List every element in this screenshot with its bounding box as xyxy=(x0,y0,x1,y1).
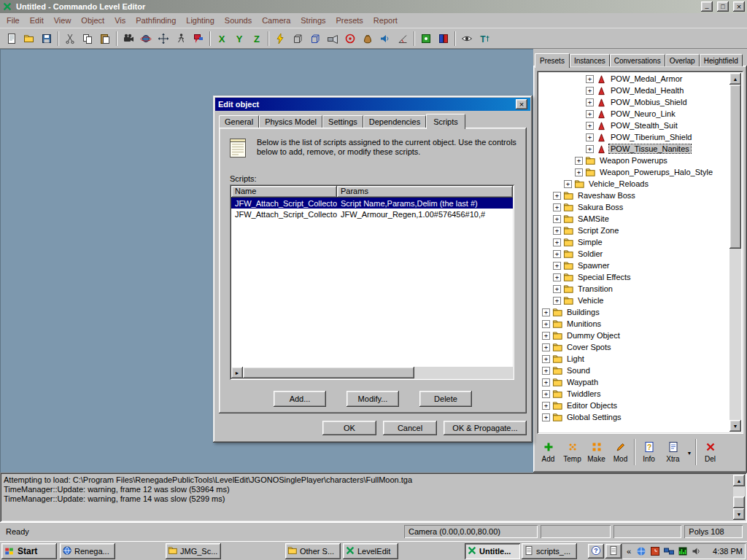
tree-item[interactable]: Cover Spots xyxy=(539,341,729,353)
expand-icon[interactable] xyxy=(542,320,550,328)
text-tool-icon[interactable]: T xyxy=(476,30,493,47)
expand-icon[interactable] xyxy=(553,262,561,270)
temp-preset-button[interactable]: Temp xyxy=(560,437,584,467)
xtra-dropdown-icon[interactable] xyxy=(685,437,694,467)
delete-button[interactable]: Delete xyxy=(419,391,472,407)
menu-presets[interactable]: Presets xyxy=(331,14,368,27)
minimize-icon[interactable] xyxy=(701,1,713,12)
scripts-list-hscrollbar[interactable] xyxy=(231,367,513,378)
expand-icon[interactable] xyxy=(553,238,561,246)
tray-collapse-icon[interactable] xyxy=(624,547,633,556)
expand-icon[interactable] xyxy=(542,390,550,398)
tree-item[interactable]: Simple xyxy=(539,236,729,248)
tree-item[interactable]: Buildings xyxy=(539,306,729,318)
expand-icon[interactable] xyxy=(586,98,594,106)
expand-icon[interactable] xyxy=(542,355,550,363)
dialog-tab-scripts[interactable]: Scripts xyxy=(426,114,465,129)
tab-overlap[interactable]: Overlap xyxy=(665,54,700,66)
axis-y-icon[interactable]: Y xyxy=(231,30,248,47)
expand-icon[interactable] xyxy=(586,122,594,130)
column-header-params[interactable]: Params xyxy=(337,186,513,198)
task-renega[interactable]: Renega... xyxy=(60,543,115,559)
network-icon[interactable] xyxy=(663,545,675,557)
cut-icon[interactable] xyxy=(61,30,79,47)
cancel-button[interactable]: Cancel xyxy=(383,421,437,435)
tree-item[interactable]: Sakura Boss xyxy=(539,201,729,213)
help-button[interactable]: ? xyxy=(588,544,604,559)
tree-item[interactable]: Light xyxy=(539,353,729,365)
tree-item[interactable]: Raveshaw Boss xyxy=(539,190,729,201)
expand-icon[interactable] xyxy=(542,402,550,410)
package-icon[interactable] xyxy=(359,30,376,47)
start-button[interactable]: Start xyxy=(1,543,57,559)
tree-item[interactable]: POW_Medal_Armor xyxy=(539,73,729,85)
tree-item[interactable]: Editor Objects xyxy=(539,400,729,411)
menu-strings[interactable]: Strings xyxy=(295,14,330,27)
menu-report[interactable]: Report xyxy=(368,14,403,27)
tree-item[interactable]: Waypath xyxy=(539,376,729,388)
expand-icon[interactable] xyxy=(542,367,550,375)
expand-icon[interactable] xyxy=(542,308,550,316)
expand-icon[interactable] xyxy=(586,75,594,83)
drop-to-ground-icon[interactable] xyxy=(271,30,289,47)
script-row[interactable]: JFW_Attach_Script_CollectorJFW_Armour_Re… xyxy=(231,209,513,219)
menu-vis[interactable]: Vis xyxy=(109,14,131,27)
object-box-icon[interactable] xyxy=(289,30,306,47)
expand-icon[interactable] xyxy=(586,145,594,153)
walk-mode-icon[interactable] xyxy=(172,30,190,47)
projector-icon[interactable] xyxy=(324,30,341,47)
vis-camera-icon[interactable] xyxy=(435,30,452,47)
info-preset-button[interactable]: ?Info xyxy=(637,437,661,467)
tab-conversations[interactable]: Conversations xyxy=(610,54,665,66)
expand-icon[interactable] xyxy=(553,250,561,258)
tree-item[interactable]: Dummy Object xyxy=(539,330,729,341)
tree-item[interactable]: POW_Stealth_Suit xyxy=(539,120,729,131)
task-untitle[interactable]: Untitle... xyxy=(465,543,520,559)
tree-item[interactable]: Weapon Powerups xyxy=(539,155,729,166)
scroll-down-icon[interactable] xyxy=(733,508,745,520)
vis-points-icon[interactable] xyxy=(417,30,435,47)
bind-box-icon[interactable] xyxy=(306,30,324,47)
scroll-up-icon[interactable] xyxy=(729,73,741,85)
axis-x-icon[interactable]: X xyxy=(213,30,231,47)
expand-icon[interactable] xyxy=(553,273,561,281)
expand-icon[interactable] xyxy=(564,180,572,188)
pan-mode-icon[interactable] xyxy=(155,30,172,47)
expand-icon[interactable] xyxy=(586,87,594,95)
modify-button[interactable]: Modify... xyxy=(347,391,399,407)
del-preset-button[interactable]: Del xyxy=(698,437,722,467)
close-icon[interactable] xyxy=(733,1,745,12)
expand-icon[interactable] xyxy=(586,110,594,118)
log-scrollbar[interactable] xyxy=(733,475,745,520)
tab-heightfield[interactable]: Heightfield xyxy=(700,54,743,66)
sound-emitter-icon[interactable] xyxy=(376,30,394,47)
expand-icon[interactable] xyxy=(553,192,561,200)
tree-item[interactable]: Global Settings xyxy=(539,411,729,423)
scroll-thumb[interactable] xyxy=(729,85,741,249)
expand-icon[interactable] xyxy=(553,285,561,293)
menu-object[interactable]: Object xyxy=(76,14,109,27)
goto-location-icon[interactable] xyxy=(341,30,359,47)
open-file-icon[interactable] xyxy=(20,30,38,47)
web-globe-icon[interactable] xyxy=(635,545,647,557)
scroll-thumb[interactable] xyxy=(243,367,414,378)
tree-item[interactable]: Soldier xyxy=(539,248,729,260)
tree-scrollbar[interactable] xyxy=(729,73,741,432)
tree-item[interactable]: Spawner xyxy=(539,260,729,271)
expand-icon[interactable] xyxy=(542,332,550,340)
tab-presets[interactable]: Presets xyxy=(535,53,570,68)
task-jmg-sc[interactable]: JMG_Sc... xyxy=(166,543,221,559)
tree-item[interactable]: Transition xyxy=(539,283,729,295)
document-button[interactable] xyxy=(605,544,622,559)
tree-item[interactable]: Twiddlers xyxy=(539,388,729,400)
menu-sounds[interactable]: Sounds xyxy=(220,14,257,27)
tree-item[interactable]: POW_Neuro_Link xyxy=(539,108,729,120)
menu-view[interactable]: View xyxy=(49,14,77,27)
script-row[interactable]: JFW_Attach_Script_CollectorScript Name,P… xyxy=(231,198,513,209)
expand-icon[interactable] xyxy=(553,227,561,235)
orbit-mode-icon[interactable] xyxy=(137,30,155,47)
xtra-preset-button[interactable]: Xtra xyxy=(661,437,685,467)
new-file-icon[interactable] xyxy=(3,30,20,47)
tree-item[interactable]: Vehicle_Reloads xyxy=(539,178,729,190)
make-preset-button[interactable]: Make xyxy=(584,437,608,467)
